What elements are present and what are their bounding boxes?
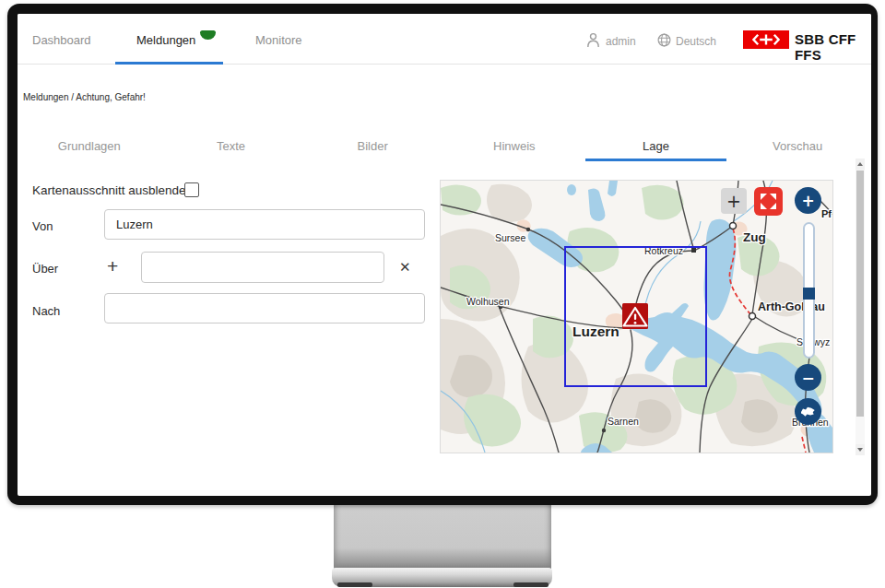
- map-label-wolhusen: Wolhusen: [466, 296, 510, 307]
- map-label-sursee: Sursee: [495, 232, 525, 243]
- meldungen-green-badge-icon: [200, 30, 216, 40]
- map-image: Sursee Wolhusen Rotkreuz Zug Arth-Goldau…: [441, 181, 832, 453]
- map-canvas[interactable]: Sursee Wolhusen Rotkreuz Zug Arth-Goldau…: [441, 181, 832, 453]
- tab-lage[interactable]: Lage: [585, 130, 727, 161]
- scrollbar-up-button[interactable]: [856, 159, 865, 170]
- user-name[interactable]: admin: [606, 35, 636, 48]
- ueber-label: Über: [32, 262, 58, 276]
- monitor-stand-foot-left: [337, 582, 372, 587]
- zoom-out-button[interactable]: −: [795, 364, 821, 391]
- nav-item-monitore[interactable]: Monitore: [255, 33, 302, 47]
- scrollbar-thumb[interactable]: [856, 171, 864, 417]
- pan-arrows-icon: [760, 193, 777, 210]
- map-label-sarnen: Sarnen: [608, 416, 639, 427]
- arrow-down-icon: [857, 448, 863, 452]
- nav-active-underline: [115, 62, 223, 65]
- map-label-zug: Zug: [743, 230, 766, 244]
- monitor-stand-neck: [334, 501, 551, 570]
- sbb-logo-icon: [743, 30, 789, 49]
- clear-via-button[interactable]: ✕: [399, 260, 411, 274]
- scrollbar-down-button[interactable]: [856, 444, 865, 455]
- nav-item-meldungen[interactable]: Meldungen: [136, 33, 195, 47]
- warning-marker-icon[interactable]: [622, 303, 648, 329]
- monitor-stand-foot-right: [513, 582, 549, 587]
- tab-hinweis[interactable]: Hinweis: [443, 130, 585, 161]
- tab-vorschau[interactable]: Vorschau: [726, 130, 868, 161]
- reset-extent-button[interactable]: [795, 398, 821, 425]
- von-input[interactable]: [104, 209, 425, 240]
- nav-item-dashboard[interactable]: Dashboard: [32, 33, 91, 47]
- nach-label: Nach: [32, 304, 60, 318]
- zoom-in-button[interactable]: +: [795, 187, 821, 214]
- nach-input[interactable]: [104, 293, 425, 323]
- map-pan-mode-button[interactable]: [754, 187, 783, 216]
- user-icon: [586, 32, 600, 48]
- zoom-slider-handle[interactable]: [803, 288, 815, 300]
- breadcrumb: Meldungen / Achtung, Gefahr!: [23, 92, 146, 102]
- page-scrollbar[interactable]: [856, 159, 865, 455]
- von-label: Von: [32, 219, 53, 233]
- tab-grundlagen[interactable]: Grundlagen: [18, 130, 160, 161]
- brand-text: SBB CFF FFS: [795, 31, 871, 63]
- app-screen: Dashboard Meldungen Monitore admin Deuts…: [18, 14, 871, 496]
- hide-map-checkbox[interactable]: [184, 182, 199, 197]
- map-label-pf-partial: Pf: [821, 208, 832, 219]
- monitor-bezel: Dashboard Meldungen Monitore admin Deuts…: [7, 4, 878, 505]
- language-globe-icon: [657, 33, 671, 47]
- map-label-luzern: Luzern: [572, 323, 620, 339]
- switzerland-icon: [800, 406, 816, 417]
- language-selector[interactable]: Deutsch: [676, 35, 716, 48]
- tab-bilder[interactable]: Bilder: [301, 130, 443, 161]
- add-via-button[interactable]: +: [107, 256, 118, 276]
- ueber-input[interactable]: [141, 252, 384, 283]
- map-extra-zoom-button[interactable]: +: [721, 188, 747, 214]
- hide-map-label: Kartenausschnitt ausblenden: [32, 183, 193, 197]
- tab-texte[interactable]: Texte: [160, 130, 302, 161]
- top-navbar: Dashboard Meldungen Monitore admin Deuts…: [18, 14, 871, 65]
- arrow-up-icon: [857, 162, 863, 166]
- detail-tabs: Grundlagen Texte Bilder Hinweis Lage Vor…: [18, 130, 868, 161]
